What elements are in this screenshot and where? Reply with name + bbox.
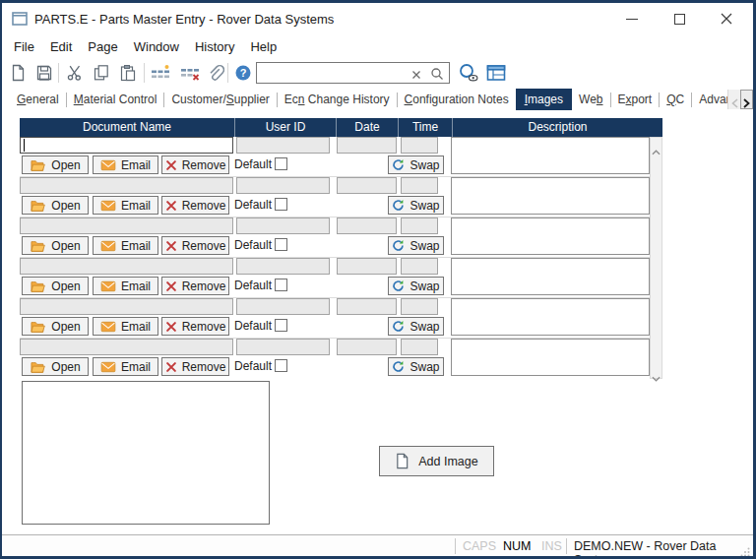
vertical-scrollbar[interactable]: [650, 137, 662, 379]
description-field[interactable]: [451, 258, 650, 295]
open-button[interactable]: Open: [22, 277, 89, 295]
attachment-icon[interactable]: [205, 62, 226, 84]
clear-icon[interactable]: [410, 67, 424, 81]
lookup-eye-icon[interactable]: [456, 60, 481, 86]
cut-icon[interactable]: [64, 62, 86, 84]
time-field[interactable]: [401, 177, 438, 194]
date-field[interactable]: [337, 298, 397, 315]
tab-export[interactable]: Export: [611, 89, 660, 110]
tab-advanced[interactable]: Advanc: [692, 89, 727, 110]
email-button[interactable]: Email: [93, 155, 158, 174]
chevron-up-icon[interactable]: [652, 142, 661, 148]
save-icon[interactable]: [33, 62, 55, 84]
email-button[interactable]: Email: [93, 236, 158, 255]
email-button[interactable]: Email: [93, 196, 158, 215]
document-name-field[interactable]: [20, 177, 233, 194]
open-button[interactable]: Open: [22, 357, 89, 376]
swap-button[interactable]: Swap: [388, 196, 444, 215]
swap-button[interactable]: Swap: [388, 317, 444, 336]
add-image-button[interactable]: Add Image: [379, 446, 494, 476]
time-field[interactable]: [401, 298, 438, 315]
tab-scroll-left-button[interactable]: [727, 90, 740, 109]
time-field[interactable]: [401, 258, 438, 275]
user-id-field[interactable]: [236, 137, 330, 154]
new-document-icon[interactable]: [7, 62, 29, 84]
menu-page[interactable]: Page: [88, 39, 117, 54]
default-checkbox[interactable]: [275, 279, 287, 291]
description-field[interactable]: [451, 298, 650, 336]
default-checkbox[interactable]: [275, 359, 287, 372]
date-field[interactable]: [337, 137, 397, 154]
search-input[interactable]: [261, 64, 418, 82]
default-checkbox[interactable]: [275, 319, 287, 332]
remove-button[interactable]: Remove: [161, 317, 229, 336]
date-field[interactable]: [337, 217, 397, 234]
tab-scroll-right-button[interactable]: [740, 90, 753, 109]
document-name-field[interactable]: [20, 217, 233, 234]
tab-configuration-notes[interactable]: Configuration Notes: [398, 89, 516, 110]
user-id-field[interactable]: [236, 258, 330, 275]
swap-button[interactable]: Swap: [388, 155, 444, 174]
email-button[interactable]: Email: [93, 277, 158, 295]
default-checkbox[interactable]: [275, 198, 287, 211]
search-icon[interactable]: [430, 67, 444, 81]
document-name-field[interactable]: [20, 298, 233, 315]
tab-qc[interactable]: QC: [660, 89, 691, 110]
description-field[interactable]: [451, 137, 650, 174]
time-field[interactable]: [401, 137, 438, 154]
open-button[interactable]: Open: [22, 236, 89, 255]
resize-grip-icon[interactable]: [740, 543, 750, 553]
swap-button[interactable]: Swap: [388, 236, 444, 255]
default-checkbox[interactable]: [275, 238, 287, 251]
swap-button[interactable]: Swap: [388, 357, 444, 376]
tab-ecn-change-history[interactable]: Ecn Change History: [278, 89, 397, 110]
email-button[interactable]: Email: [93, 317, 158, 336]
open-button[interactable]: Open: [22, 317, 89, 336]
open-button[interactable]: Open: [22, 196, 89, 215]
open-button[interactable]: Open: [22, 155, 89, 174]
tab-web[interactable]: Web: [572, 89, 609, 110]
tab-customer-supplier[interactable]: Customer/Supplier: [164, 89, 276, 110]
date-field[interactable]: [337, 258, 397, 275]
insert-row-icon[interactable]: [150, 62, 171, 84]
maximize-button[interactable]: [667, 8, 691, 30]
tab-general[interactable]: General: [10, 89, 66, 110]
description-field[interactable]: [451, 177, 650, 215]
document-name-field[interactable]: [20, 258, 233, 275]
remove-button[interactable]: Remove: [161, 357, 229, 376]
menu-window[interactable]: Window: [134, 39, 179, 54]
default-checkbox[interactable]: [275, 157, 287, 170]
help-icon[interactable]: ?: [232, 62, 254, 84]
time-field[interactable]: [401, 339, 438, 355]
minimize-button[interactable]: [620, 8, 644, 30]
remove-button[interactable]: Remove: [161, 196, 229, 215]
description-field[interactable]: [451, 339, 650, 376]
date-field[interactable]: [337, 339, 397, 355]
user-id-field[interactable]: [236, 339, 330, 355]
menu-history[interactable]: History: [195, 39, 234, 54]
copy-icon[interactable]: [91, 62, 112, 84]
tab-images[interactable]: Images: [516, 89, 572, 110]
date-field[interactable]: [337, 177, 397, 194]
document-name-field[interactable]: [20, 339, 233, 355]
close-button[interactable]: [715, 8, 738, 30]
menu-edit[interactable]: Edit: [50, 39, 72, 54]
remove-button[interactable]: Remove: [161, 236, 229, 255]
email-button[interactable]: Email: [93, 357, 158, 376]
description-field[interactable]: [451, 217, 650, 255]
user-id-field[interactable]: [236, 177, 330, 194]
swap-button[interactable]: Swap: [388, 277, 444, 295]
remove-button[interactable]: Remove: [161, 155, 229, 174]
delete-row-icon[interactable]: [179, 62, 201, 84]
remove-button[interactable]: Remove: [161, 277, 229, 295]
paste-icon[interactable]: [117, 62, 139, 84]
menu-help[interactable]: Help: [250, 39, 277, 54]
user-id-field[interactable]: [236, 217, 330, 234]
time-field[interactable]: [401, 217, 438, 234]
tab-material-control[interactable]: Material Control: [67, 89, 164, 110]
form-view-icon[interactable]: [484, 61, 508, 85]
chevron-down-icon[interactable]: [652, 368, 661, 374]
document-name-field[interactable]: [20, 137, 233, 154]
user-id-field[interactable]: [236, 298, 330, 315]
menu-file[interactable]: File: [14, 39, 34, 54]
